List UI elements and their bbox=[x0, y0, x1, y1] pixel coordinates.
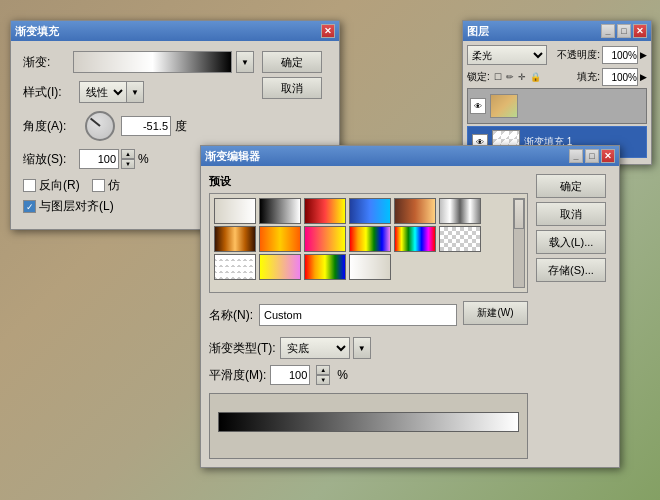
presets-scrollbar[interactable] bbox=[513, 198, 525, 288]
gradient-type-row: 渐变类型(T): 实底 ▼ bbox=[209, 337, 528, 359]
gradient-bar-display[interactable] bbox=[218, 412, 519, 432]
gradient-editor-title-bar[interactable]: 渐变编辑器 _ □ ✕ bbox=[201, 146, 619, 166]
preset-transparent-white[interactable] bbox=[214, 198, 256, 224]
lock-all-icon[interactable]: 🔒 bbox=[530, 72, 541, 82]
layers-title: 图层 bbox=[467, 24, 489, 39]
angle-label: 角度(A): bbox=[23, 118, 79, 135]
blend-mode-select[interactable]: 柔光 bbox=[467, 45, 547, 65]
layers-window: 图层 _ □ ✕ 柔光 不透明度: ▶ 锁定: ☐ ✏ ✛ 🔒 填充 bbox=[462, 20, 652, 165]
new-button[interactable]: 新建(W) bbox=[463, 301, 528, 325]
reverse-check[interactable] bbox=[23, 179, 36, 192]
gradient-type-arrow[interactable]: ▼ bbox=[353, 337, 371, 359]
dial-line bbox=[90, 118, 101, 127]
preset-orange[interactable] bbox=[259, 226, 301, 252]
load-button[interactable]: 载入(L)... bbox=[536, 230, 606, 254]
gradient-preview[interactable] bbox=[73, 51, 232, 73]
style-dropdown-arrow[interactable]: ▼ bbox=[126, 81, 144, 103]
editor-ok-button[interactable]: 确定 bbox=[536, 174, 606, 198]
gradient-label: 渐变: bbox=[23, 54, 69, 71]
opacity-input[interactable] bbox=[602, 46, 638, 64]
smoothness-label: 平滑度(M): bbox=[209, 367, 266, 384]
smoothness-input[interactable] bbox=[270, 365, 310, 385]
fill-ok-button[interactable]: 确定 bbox=[262, 51, 322, 73]
preset-spectral[interactable] bbox=[304, 254, 346, 280]
align-check[interactable]: ✓ bbox=[23, 200, 36, 213]
angle-row: 角度(A): 度 bbox=[23, 111, 254, 141]
lock-paint-icon[interactable]: ✏ bbox=[506, 72, 514, 82]
photo-layer-thumb bbox=[490, 94, 518, 118]
align-label: 与图层对齐(L) bbox=[39, 198, 114, 215]
dither-checkbox[interactable]: 仿 bbox=[92, 177, 120, 194]
name-label: 名称(N): bbox=[209, 307, 253, 324]
preset-copper[interactable] bbox=[214, 226, 256, 252]
scale-input[interactable] bbox=[79, 149, 119, 169]
dither-label: 仿 bbox=[108, 177, 120, 194]
opacity-arrow[interactable]: ▶ bbox=[640, 50, 647, 60]
gradient-bar-container bbox=[218, 404, 519, 448]
gradient-editor-title: 渐变编辑器 bbox=[205, 149, 260, 164]
preset-transparent[interactable] bbox=[214, 254, 256, 280]
layers-maximize-button[interactable]: □ bbox=[617, 24, 631, 38]
preset-brown[interactable] bbox=[394, 198, 436, 224]
editor-cancel-button[interactable]: 取消 bbox=[536, 202, 606, 226]
editor-maximize-button[interactable]: □ bbox=[585, 149, 599, 163]
stepper-down[interactable]: ▼ bbox=[121, 159, 135, 169]
preset-white-transparent[interactable] bbox=[349, 254, 391, 280]
scroll-thumb[interactable] bbox=[514, 199, 524, 229]
lock-position-icon[interactable]: ✛ bbox=[518, 72, 526, 82]
fill-arrow[interactable]: ▶ bbox=[640, 72, 647, 82]
layers-minimize-button[interactable]: _ bbox=[601, 24, 615, 38]
opacity-label: 不透明度: bbox=[557, 48, 600, 62]
gradient-row: 渐变: ▼ bbox=[23, 51, 254, 73]
close-button[interactable]: ✕ bbox=[321, 24, 335, 38]
presets-row-1 bbox=[214, 198, 523, 224]
style-label: 样式(I): bbox=[23, 84, 79, 101]
preset-rainbow2[interactable] bbox=[394, 226, 436, 252]
gradient-editor-right: 确定 取消 载入(L)... 存储(S)... bbox=[536, 174, 611, 459]
gradient-fill-title-bar[interactable]: 渐变填充 ✕ bbox=[11, 21, 339, 41]
opacity-row: 不透明度: ▶ bbox=[557, 46, 647, 64]
name-input[interactable] bbox=[259, 304, 457, 326]
editor-close-button[interactable]: ✕ bbox=[601, 149, 615, 163]
editor-minimize-button[interactable]: _ bbox=[569, 149, 583, 163]
layers-header-row: 柔光 不透明度: ▶ bbox=[467, 45, 647, 65]
gradient-bar-area bbox=[209, 393, 528, 459]
preset-yellow-violet[interactable] bbox=[259, 254, 301, 280]
dither-check[interactable] bbox=[92, 179, 105, 192]
angle-input[interactable] bbox=[121, 116, 171, 136]
preset-chrome[interactable] bbox=[439, 198, 481, 224]
angle-unit: 度 bbox=[175, 118, 187, 135]
style-select[interactable]: 线性 bbox=[79, 81, 127, 103]
layer-eye-icon[interactable]: 👁 bbox=[470, 98, 486, 114]
editor-title-buttons: _ □ ✕ bbox=[569, 149, 615, 163]
reverse-label: 反向(R) bbox=[39, 177, 80, 194]
gradient-editor-main: 预设 bbox=[209, 174, 611, 459]
presets-row-3 bbox=[214, 254, 523, 280]
name-row: 名称(N): 新建(W) bbox=[209, 301, 528, 329]
gradient-type-select[interactable]: 实底 bbox=[280, 337, 350, 359]
fill-cancel-button[interactable]: 取消 bbox=[262, 77, 322, 99]
preset-black-white[interactable] bbox=[259, 198, 301, 224]
fill-input[interactable] bbox=[602, 68, 638, 86]
gradient-type-label: 渐变类型(T): bbox=[209, 340, 276, 357]
preset-checker[interactable] bbox=[439, 226, 481, 252]
layers-close-button[interactable]: ✕ bbox=[633, 24, 647, 38]
preset-sunset[interactable] bbox=[304, 226, 346, 252]
preset-red[interactable] bbox=[304, 198, 346, 224]
save-button[interactable]: 存储(S)... bbox=[536, 258, 606, 282]
smoothness-up[interactable]: ▲ bbox=[316, 365, 330, 375]
reverse-checkbox[interactable]: 反向(R) bbox=[23, 177, 80, 194]
lock-transparent-icon[interactable]: ☐ bbox=[494, 72, 502, 82]
layers-title-bar[interactable]: 图层 _ □ ✕ bbox=[463, 21, 651, 41]
smoothness-stepper[interactable]: ▲ ▼ bbox=[316, 365, 330, 385]
photo-layer-item[interactable]: 👁 bbox=[467, 88, 647, 124]
scale-stepper[interactable]: ▲ ▼ bbox=[121, 149, 135, 169]
angle-dial[interactable] bbox=[85, 111, 115, 141]
preset-rainbow[interactable] bbox=[349, 226, 391, 252]
align-checkbox[interactable]: ✓ 与图层对齐(L) bbox=[23, 198, 114, 215]
fill-label: 填充: bbox=[577, 70, 600, 84]
preset-blue[interactable] bbox=[349, 198, 391, 224]
smoothness-down[interactable]: ▼ bbox=[316, 375, 330, 385]
gradient-dropdown-arrow[interactable]: ▼ bbox=[236, 51, 254, 73]
stepper-up[interactable]: ▲ bbox=[121, 149, 135, 159]
